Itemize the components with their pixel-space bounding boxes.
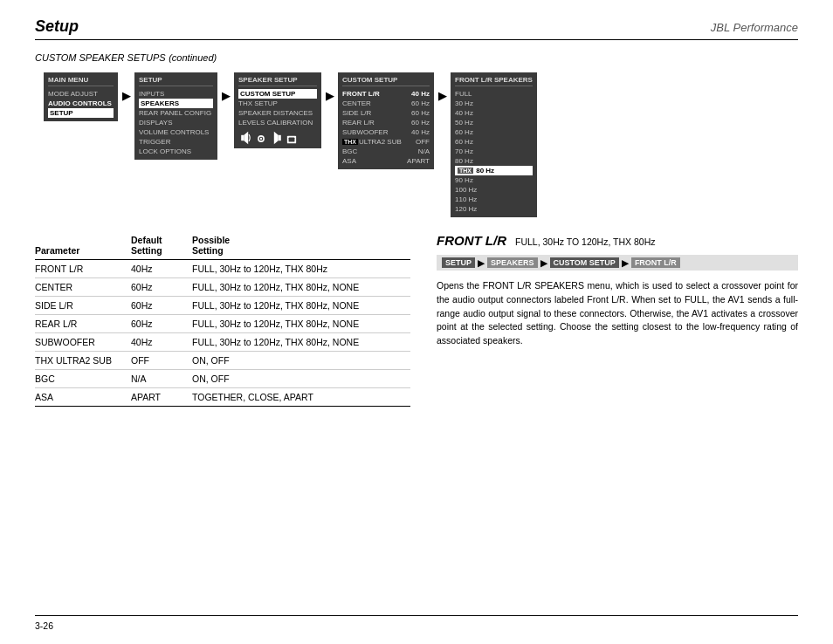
table-row: CENTER 60Hz FULL, 30Hz to 120Hz, THX 80H…: [35, 278, 410, 297]
front-lr-full: FULL: [455, 89, 533, 99]
front-lr-40hz: 40 Hz: [455, 108, 533, 118]
cell-default: APART: [131, 388, 192, 407]
front-lr-30hz: 30 Hz: [455, 99, 533, 108]
custom-setup-box: CUSTOM SETUP FRONT L/R 40 Hz CENTER 60 H…: [338, 72, 434, 169]
svg-rect-5: [279, 135, 281, 140]
setup-item-speakers: SPEAKERS: [139, 99, 213, 108]
cell-param: ASA: [35, 388, 131, 407]
front-lr-title: FRONT L/R: [437, 233, 506, 248]
custom-row-side: SIDE L/R 60 Hz: [342, 108, 430, 118]
page-footer: 3-26: [35, 615, 798, 631]
speaker-setup-title: SPEAKER SETUP: [238, 76, 317, 86]
main-menu-box: MAIN MENU MODE ADJUST AUDIO CONTROLS SET…: [44, 72, 118, 121]
col-header-default: DefaultSetting: [131, 233, 192, 260]
table-row: SIDE L/R 60Hz FULL, 30Hz to 120Hz, THX 8…: [35, 297, 410, 315]
main-menu-item-setup: SETUP: [48, 108, 114, 118]
cell-possible: TOGETHER, CLOSE, APART: [192, 388, 410, 407]
svg-marker-1: [244, 132, 248, 144]
speaker-icons: [238, 131, 317, 145]
cell-default: 40Hz: [131, 333, 192, 352]
setup-item-rear: REAR PANEL CONFIG: [139, 108, 213, 118]
front-lr-100hz: 100 Hz: [455, 185, 533, 195]
speaker-icon-1: [238, 131, 252, 145]
setup-item-inputs: INPUTS: [139, 89, 213, 99]
main-menu-title: MAIN MENU: [48, 76, 114, 86]
cell-possible: FULL, 30Hz to 120Hz, THX 80Hz, NONE: [192, 297, 410, 315]
setup-item-trigger: TRIGGER: [139, 137, 213, 147]
cell-default: N/A: [131, 370, 192, 388]
cell-default: 60Hz: [131, 315, 192, 333]
front-lr-speakers-title: FRONT L/R SPEAKERS: [455, 76, 533, 86]
speaker-icon-2: [255, 133, 267, 145]
front-lr-60hz-1: 60 Hz: [455, 127, 533, 137]
cell-param: FRONT L/R: [35, 260, 131, 278]
header-title-left: Setup: [35, 17, 79, 36]
custom-row-bgc: BGC N/A: [342, 147, 430, 156]
description-text: Opens the FRONT L/R SPEAKERS menu, which…: [437, 279, 798, 348]
custom-row-asa: ASA APART: [342, 156, 430, 166]
svg-point-4: [260, 138, 262, 140]
setup-item-displays: DISPLAYS: [139, 118, 213, 127]
arrow-2: ▶: [219, 90, 232, 102]
svg-marker-6: [274, 132, 279, 144]
cell-param: REAR L/R: [35, 315, 131, 333]
front-lr-subtitle: FULL, 30Hz TO 120Hz, THX 80Hz: [515, 236, 655, 247]
front-lr-speakers-box: FRONT L/R SPEAKERS FULL 30 Hz 40 Hz 50 H…: [451, 72, 537, 217]
setup-menu-box: SETUP INPUTS SPEAKERS REAR PANEL CONFIG …: [134, 72, 217, 160]
speaker-setup-distances: SPEAKER DISTANCES: [238, 108, 317, 118]
svg-rect-0: [241, 135, 244, 140]
front-lr-80hz: 80 Hz: [455, 156, 533, 166]
custom-row-thx: THXULTRA2 SUB OFF: [342, 137, 430, 147]
front-lr-70hz: 70 Hz: [455, 147, 533, 156]
custom-row-subwoofer: SUBWOOFER 40 Hz: [342, 127, 430, 137]
front-lr-heading: FRONT L/R FULL, 30Hz TO 120Hz, THX 80Hz: [437, 233, 798, 248]
front-lr-60hz-2: 60 Hz: [455, 137, 533, 147]
table-row: ASA APART TOGETHER, CLOSE, APART: [35, 388, 410, 407]
custom-row-center: CENTER 60 Hz: [342, 99, 430, 108]
cell-param: THX ULTRA2 SUB: [35, 352, 131, 370]
setup-item-volume: VOLUME CONTROLS: [139, 127, 213, 137]
page-header: Setup JBL Performance: [35, 17, 798, 40]
svg-rect-8: [289, 137, 295, 141]
front-lr-110hz: 110 Hz: [455, 195, 533, 204]
cell-possible: ON, OFF: [192, 370, 410, 388]
speaker-setup-box: SPEAKER SETUP CUSTOM SETUP THX SETUP SPE…: [234, 72, 321, 148]
main-menu-item-mode: MODE ADJUST: [48, 89, 114, 99]
page: Setup JBL Performance CUSTOM SPEAKER SET…: [0, 0, 833, 644]
breadcrumb-setup: SETUP: [442, 257, 475, 268]
custom-row-front: FRONT L/R 40 Hz: [342, 89, 430, 99]
cell-possible: FULL, 30Hz to 120Hz, THX 80Hz, NONE: [192, 315, 410, 333]
cell-param: BGC: [35, 370, 131, 388]
cell-param: SUBWOOFER: [35, 333, 131, 352]
cell-possible: FULL, 30Hz to 120Hz, THX 80Hz: [192, 260, 410, 278]
cell-default: OFF: [131, 352, 192, 370]
bottom-content: Parameter DefaultSetting PossibleSetting…: [35, 233, 798, 407]
cell-default: 40Hz: [131, 260, 192, 278]
breadcrumb-speakers: SPEAKERS: [487, 257, 538, 268]
right-section: FRONT L/R FULL, 30Hz TO 120Hz, THX 80Hz …: [437, 233, 798, 407]
header-title-right: JBL Performance: [711, 21, 798, 34]
arrow-3: ▶: [323, 90, 336, 102]
breadcrumb-arrow-2: ▶: [540, 258, 547, 268]
speaker-setup-custom: CUSTOM SETUP: [238, 89, 317, 99]
front-lr-90hz: 90 Hz: [455, 175, 533, 185]
cell-possible: FULL, 30Hz to 120Hz, THX 80Hz, NONE: [192, 333, 410, 352]
section-heading: CUSTOM SPEAKER SETUPS (continued): [35, 51, 798, 64]
breadcrumb-arrow-3: ▶: [622, 258, 629, 268]
front-lr-50hz: 50 Hz: [455, 118, 533, 127]
speaker-icon-4: [286, 134, 297, 145]
breadcrumb: SETUP ▶ SPEAKERS ▶ CUSTOM SETUP ▶ FRONT …: [437, 255, 798, 271]
main-menu-item-audio: AUDIO CONTROLS: [48, 99, 114, 108]
custom-setup-title: CUSTOM SETUP: [342, 76, 430, 86]
table-row: FRONT L/R 40Hz FULL, 30Hz to 120Hz, THX …: [35, 260, 410, 278]
cell-param: CENTER: [35, 278, 131, 297]
table-row: SUBWOOFER 40Hz FULL, 30Hz to 120Hz, THX …: [35, 333, 410, 352]
front-lr-thx-80hz: THX 80 Hz: [455, 166, 533, 175]
table-row: REAR L/R 60Hz FULL, 30Hz to 120Hz, THX 8…: [35, 315, 410, 333]
setup-item-lock: LOCK OPTIONS: [139, 147, 213, 156]
breadcrumb-front-lr: FRONT L/R: [631, 257, 680, 268]
front-lr-120hz: 120 Hz: [455, 204, 533, 214]
breadcrumb-arrow-1: ▶: [478, 258, 485, 268]
table-row: BGC N/A ON, OFF: [35, 370, 410, 388]
parameters-table: Parameter DefaultSetting PossibleSetting…: [35, 233, 410, 407]
